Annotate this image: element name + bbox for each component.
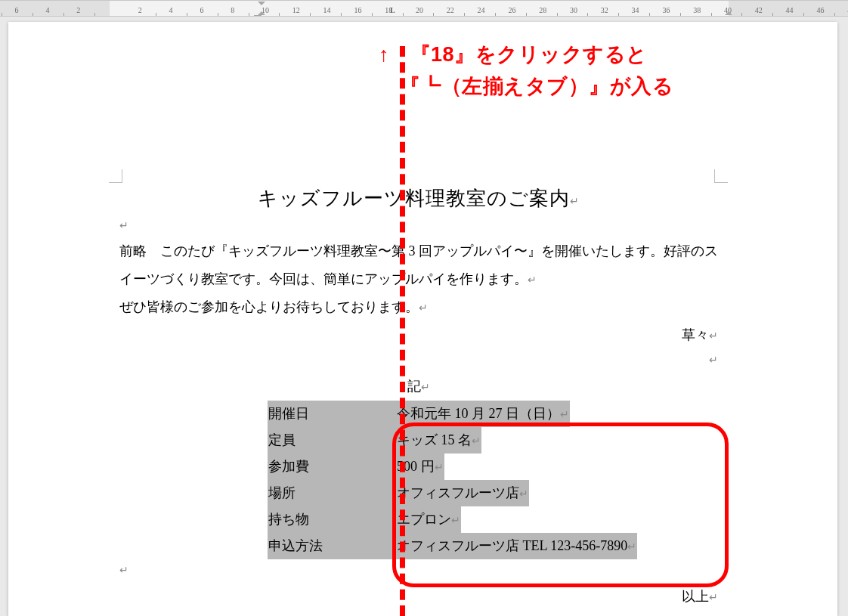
doc-title: キッズフルーツ料理教室のご案内↵ xyxy=(119,183,718,215)
paragraph-2: ぜひ皆様のご参加を心よりお待ちしております。↵ xyxy=(119,293,718,321)
ruler-tick: 6 xyxy=(200,6,203,14)
first-line-indent[interactable] xyxy=(258,2,265,5)
ruler-tick: 4 xyxy=(45,6,49,14)
ruler-tick: 34 xyxy=(632,6,639,14)
ruler-tick: 42 xyxy=(755,6,763,14)
ruler-tick: 38 xyxy=(693,6,701,14)
blank-line: ↵ xyxy=(119,349,718,373)
ruler-tick: 8 xyxy=(231,6,234,14)
ruler-tick: 22 xyxy=(447,6,454,14)
record-label: 場所 xyxy=(268,480,396,506)
record-label: 開催日 xyxy=(268,401,396,427)
ruler-tick: 6 xyxy=(15,6,19,14)
margin-corner-tl xyxy=(109,169,122,183)
ruler-tick: 30 xyxy=(570,6,577,14)
horizontal-ruler[interactable]: 8642246810121416182022242628303234363840… xyxy=(0,0,848,17)
right-indent[interactable] xyxy=(725,11,732,15)
record-label: 持ち物 xyxy=(268,506,396,533)
blank-line: ↵ xyxy=(119,215,718,238)
ruler-tick: 24 xyxy=(478,6,485,14)
ruler-tick: 36 xyxy=(662,6,670,14)
margin-corner-tr xyxy=(714,169,728,183)
editor-workspace: キッズフルーツ料理教室のご案内↵ ↵ 前略 このたび『キッズフルーツ料理教室〜第… xyxy=(0,17,848,616)
annotation-text: ↑ 『18』をクリックすると 『┗（左揃えタブ）』が入る xyxy=(379,39,673,103)
ruler-tick: 20 xyxy=(416,6,423,14)
ruler-tick: 16 xyxy=(354,6,361,14)
paragraph-1: 前略 このたび『キッズフルーツ料理教室〜第 3 回アップルパイ〜』を開催いたしま… xyxy=(119,237,718,293)
ruler-tick: 44 xyxy=(786,6,794,14)
record-heading: 記↵ xyxy=(119,373,718,401)
record-label: 定員 xyxy=(268,427,396,453)
ruler-tick: 28 xyxy=(539,6,546,14)
record-label: 参加費 xyxy=(268,453,396,480)
ruler-tick: 26 xyxy=(508,6,515,14)
ruler-tick: 46 xyxy=(816,6,824,14)
ruler-tick: 12 xyxy=(292,6,300,14)
ruler-tick: 2 xyxy=(76,6,80,14)
record-label: 申込方法 xyxy=(268,533,396,559)
closing-line: 草々↵ xyxy=(119,321,718,349)
document-page: キッズフルーツ料理教室のご案内↵ ↵ 前略 このたび『キッズフルーツ料理教室〜第… xyxy=(8,22,837,616)
ruler-tick: 4 xyxy=(169,6,173,14)
annotation-highlight-box xyxy=(392,423,729,587)
tab-stop-18[interactable]: L xyxy=(390,6,395,14)
ruler-tick: 14 xyxy=(323,6,331,14)
ruler-tick: 32 xyxy=(601,6,608,14)
ruler-tick: 2 xyxy=(138,6,142,14)
